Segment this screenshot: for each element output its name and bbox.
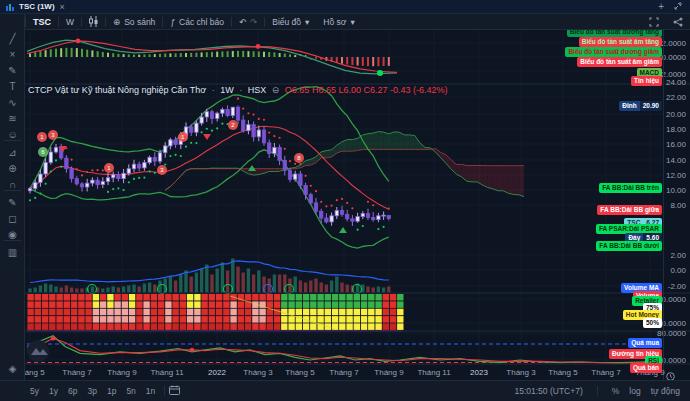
zoom-in-icon[interactable]: ⊕ <box>0 162 25 176</box>
text-icon[interactable]: T <box>0 80 25 94</box>
axis-tick: 22.00 <box>666 93 686 102</box>
range-button-5y[interactable]: 5y <box>25 386 44 396</box>
candle-style-icon <box>89 16 98 27</box>
axis-divider <box>663 14 664 380</box>
symbol-exchange: HSX <box>248 85 267 95</box>
time-axis-label: Tháng 7 <box>329 368 358 377</box>
compare-icon: ⊕ <box>113 17 120 27</box>
chip-bb-lower-label: FA BB:Dải BB dưới <box>596 241 662 251</box>
chevron-down-icon: ▾ <box>305 17 309 27</box>
time-axis-label: Tháng 9 <box>374 368 403 377</box>
chart-layers: 13613128 <box>25 30 690 364</box>
chevron-down-icon: ▾ <box>350 17 354 27</box>
share-button[interactable] <box>666 14 690 29</box>
tab-label[interactable]: TSC (1W) <box>19 2 55 11</box>
trend-line-icon[interactable]: ╱ <box>0 32 25 46</box>
tab-bar: TSC (1W) × + <box>0 0 690 14</box>
axis-tick: 0.0000 <box>662 53 686 62</box>
chip-bb-middle-label: FA BB:Dải BB giữa <box>597 205 662 215</box>
separator-dot: · <box>239 85 242 95</box>
axis-tick: 2.0000 <box>662 39 686 48</box>
range-button-6p[interactable]: 6p <box>63 386 82 396</box>
time-axis-label: 2023 <box>470 368 488 377</box>
gann-fib-icon[interactable]: × <box>0 48 25 62</box>
trash-icon[interactable]: ▥ <box>0 246 25 260</box>
auto-scale-button[interactable]: tự động <box>651 386 680 396</box>
indicators-label: Các chỉ báo <box>179 17 224 27</box>
rail-separator <box>4 140 21 141</box>
market-closed-icon: ⊖ <box>272 85 280 95</box>
interval-button[interactable]: W <box>66 17 74 27</box>
axis-tick: -2.00 <box>668 282 686 291</box>
redo-button[interactable]: ↷ <box>250 17 257 27</box>
brush-icon[interactable]: ✎ <box>0 64 25 78</box>
time-axis-label: Tháng 3 <box>243 368 272 377</box>
symbol-search-button[interactable]: TSC <box>33 17 51 27</box>
chip-freq-positive-down: Biểu đồ tần suất dương giảm <box>565 47 662 57</box>
fx-icon: ƒ <box>170 17 175 27</box>
chip-peak-label: Đỉnh20.90 <box>619 101 662 111</box>
chip-freq-negative-up: Biểu đồ tần suất âm tăng <box>579 37 662 47</box>
time-axis-label: Tháng 7 <box>591 368 620 377</box>
separator-dot: · <box>212 85 215 95</box>
axis-tick: 14.00 <box>666 156 686 165</box>
axis-tick: 16.00 <box>666 140 686 149</box>
axis-tick: 20.00 <box>666 110 686 119</box>
chip-overbought-label: Quá mua <box>628 338 662 348</box>
time-axis-label: Tháng 5 <box>285 368 314 377</box>
time-axis-label: Tháng 5 <box>548 368 577 377</box>
range-button-1y[interactable]: 1y <box>44 386 63 396</box>
range-button-3p[interactable]: 3p <box>82 386 101 396</box>
axis-tick: 12.00 <box>666 171 686 180</box>
chip-freq-negative-down: Biểu đồ tần suất âm giảm <box>577 57 662 67</box>
tab-close-icon[interactable]: × <box>60 2 65 12</box>
symbol-name: CTCP Vật tư Kỹ thuật Nông nghiệp Cần Thơ <box>28 85 206 95</box>
fullscreen-button[interactable] <box>642 14 666 29</box>
ohlc-values: O6.65 H6.65 L6.00 C6.27 -0.43 (-6.42%) <box>285 85 448 95</box>
drawing-tools-rail: ╱×✎T∿≋☺⊿⊕∩✎◻◉▥◈ <box>0 14 25 380</box>
axis-tick: 10.00 <box>666 186 686 195</box>
main-toolbar: + TSC W ⊕So sánh ƒCác chỉ báo ↶↷ Biểu đồ… <box>0 14 690 30</box>
time-axis-label: Tháng 7 <box>62 368 91 377</box>
range-button-1n[interactable]: 1n <box>141 386 160 396</box>
candle-style-button[interactable] <box>82 14 105 29</box>
axis-tick: 2.00 <box>670 251 686 260</box>
clock-readout: 15:01:50 (UTC+7) <box>514 386 582 396</box>
chart-menu-button[interactable]: Biểu đồ▾ <box>265 14 316 29</box>
chart-tab-icon <box>6 3 15 11</box>
compare-button[interactable]: ⊕So sánh <box>106 14 162 29</box>
axis-tick: 80.0000 <box>657 329 686 338</box>
rail-separator <box>4 240 21 241</box>
indicators-button[interactable]: ƒCác chỉ báo <box>163 14 231 29</box>
expand-tabs-icon[interactable] <box>674 1 682 12</box>
percent-scale-button[interactable]: % <box>612 386 620 396</box>
chip-pct50-label: 50% <box>643 318 662 328</box>
lock-icon[interactable]: ◻ <box>0 212 25 226</box>
undo-button[interactable]: ↶ <box>239 17 246 27</box>
symbol-header[interactable]: CTCP Vật tư Kỹ thuật Nông nghiệp Cần Thơ… <box>28 85 447 95</box>
log-scale-button[interactable]: log <box>629 386 640 396</box>
add-tab-button[interactable]: + <box>658 1 664 12</box>
edit-icon[interactable]: ✎ <box>0 196 25 210</box>
status-bar: 5y1y6p3p1p5n1n 15:01:50 (UTC+7) % log tự… <box>0 380 690 401</box>
symbol-interval: 1W <box>220 85 234 95</box>
time-axis-label: Tháng 11 <box>150 368 183 377</box>
chart-menu-label: Biểu đồ <box>272 17 301 27</box>
axis-tick: 0.00 <box>670 266 686 275</box>
trading-app: 13613128 TSC (1W) × + + TSC W ⊕So sánh ƒ… <box>0 0 690 401</box>
axis-tick: 18.00 <box>666 125 686 134</box>
range-button-1p[interactable]: 1p <box>102 386 121 396</box>
range-button-5n[interactable]: 5n <box>121 386 140 396</box>
object-tree-icon[interactable]: ◈ <box>0 362 25 376</box>
profile-menu-button[interactable]: Hồ sơ▾ <box>316 14 361 29</box>
ruler-icon[interactable]: ⊿ <box>0 146 25 160</box>
compare-label: So sánh <box>124 17 155 27</box>
pattern-icon[interactable]: ∿ <box>0 96 25 110</box>
go-to-date-icon[interactable] <box>169 385 180 397</box>
time-axis-label: Tháng 3 <box>506 368 535 377</box>
axis-tick: 8.00 <box>670 201 686 210</box>
chip-signal-label: Tín hiệu <box>631 76 662 86</box>
forecast-icon[interactable]: ≋ <box>0 112 25 126</box>
chip-bb-upper-label: FA BB:Dải BB trên <box>599 183 662 193</box>
axis-tick: 24.00 <box>666 78 686 87</box>
